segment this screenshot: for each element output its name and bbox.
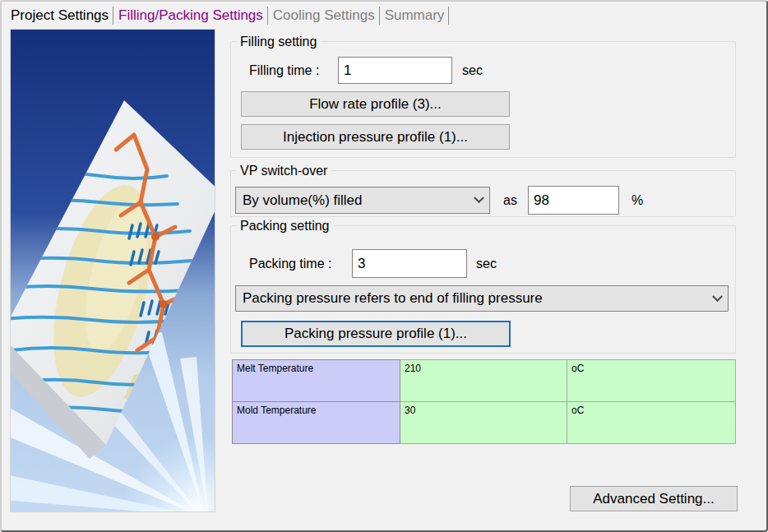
tab-divider [267, 7, 268, 25]
temperature-table: Melt Temperature 210 oC Mold Temperature… [232, 359, 736, 444]
settings-tab-bar: Project Settings Filling/Packing Setting… [7, 3, 450, 27]
advanced-setting-button[interactable]: Advanced Setting... [570, 486, 738, 511]
mold-preview-image [10, 29, 215, 512]
vp-mode-selected-value: By volume(%) filled [243, 192, 470, 209]
vp-mode-dropdown[interactable]: By volume(%) filled [235, 187, 490, 214]
packing-time-input[interactable] [352, 249, 467, 278]
packing-setting-group: Packing setting Packing time : sec Packi… [230, 225, 736, 354]
vp-switch-over-group: VP switch-over By volume(%) filled as % [230, 170, 736, 217]
filling-time-label: Filling time : [249, 63, 319, 78]
table-row: Melt Temperature 210 oC [233, 360, 736, 402]
packing-time-unit-label: sec [476, 257, 497, 271]
filling-packing-settings-dialog: Project Settings Filling/Packing Setting… [0, 0, 768, 532]
melt-temperature-value-cell[interactable]: 210 [400, 360, 567, 402]
flow-rate-profile-button[interactable]: Flow rate profile (3)... [241, 91, 510, 117]
tab-divider [113, 7, 113, 25]
filling-time-unit-label: sec [462, 63, 483, 78]
tab-filling-packing-settings[interactable]: Filling/Packing Settings [114, 7, 266, 24]
tab-summary[interactable]: Summary [381, 7, 448, 24]
filling-setting-group: Filling setting Filling time : sec Flow … [230, 41, 736, 158]
mold-temperature-value-cell[interactable]: 30 [400, 402, 567, 444]
packing-setting-group-title: Packing setting [236, 218, 334, 234]
filling-setting-group-title: Filling setting [236, 34, 321, 49]
vp-switch-over-group-title: VP switch-over [236, 163, 331, 178]
packing-pressure-mode-dropdown[interactable]: Packing pressure refers to end of fillin… [235, 285, 729, 312]
packing-pressure-profile-button[interactable]: Packing pressure profile (1)... [241, 321, 511, 347]
injection-pressure-profile-button[interactable]: Injection pressure profile (1)... [241, 124, 510, 150]
vp-value-input[interactable] [528, 186, 619, 215]
tab-divider [379, 7, 380, 25]
vp-as-label: as [503, 193, 517, 208]
mold-temperature-name-cell[interactable]: Mold Temperature [233, 402, 400, 444]
packing-pressure-mode-selected-value: Packing pressure refers to end of fillin… [243, 290, 709, 307]
filling-time-input[interactable] [338, 57, 452, 84]
chevron-down-icon [474, 192, 484, 203]
chevron-down-icon [712, 291, 723, 302]
packing-time-label: Packing time : [249, 257, 331, 271]
melt-temperature-name-cell[interactable]: Melt Temperature [233, 360, 400, 402]
tab-cooling-settings[interactable]: Cooling Settings [269, 7, 378, 24]
melt-temperature-unit-cell[interactable]: oC [567, 360, 736, 402]
tab-divider [448, 7, 449, 25]
mold-temperature-unit-cell[interactable]: oC [567, 402, 736, 444]
vp-unit-label: % [632, 193, 643, 208]
tab-project-settings[interactable]: Project Settings [7, 7, 112, 24]
table-row: Mold Temperature 30 oC [233, 402, 736, 444]
